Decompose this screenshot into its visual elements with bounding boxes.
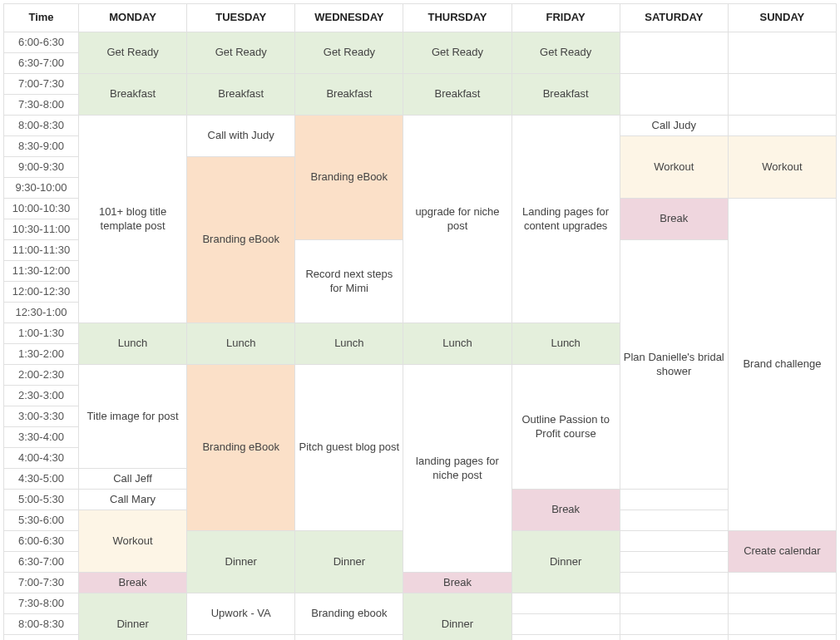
time-slot: 10:00-10:30 [4, 199, 79, 219]
schedule-block: Get Ready [403, 32, 511, 74]
schedule-block [729, 573, 837, 593]
schedule-block: Workout [729, 136, 837, 199]
schedule-block: Lunch [295, 323, 403, 365]
time-slot: 6:30-7:00 [4, 53, 79, 74]
schedule-block: Break [512, 490, 620, 531]
time-slot: 6:00-6:30 [4, 531, 79, 552]
schedule-block: Dinner [403, 593, 511, 640]
time-slot: 12:30-1:00 [4, 303, 79, 323]
weekly-schedule-grid: TimeMONDAYTUESDAYWEDNESDAYTHURSDAYFRIDAY… [3, 3, 837, 640]
header-day: TUESDAY [187, 4, 295, 32]
time-slot: 8:30-9:00 [4, 136, 79, 157]
time-slot: 5:00-5:30 [4, 490, 79, 510]
schedule-block: Lunch [403, 323, 511, 365]
time-slot: 11:30-12:00 [4, 261, 79, 282]
schedule-block [620, 74, 729, 116]
schedule-block: Get Ready [512, 32, 620, 74]
header-day: THURSDAY [403, 4, 511, 32]
schedule-block: Branding eBook [295, 116, 403, 240]
schedule-block: Plan Danielle's bridal shower [620, 240, 729, 490]
time-slot: 7:00-7:30 [4, 573, 79, 593]
schedule-block: Workout [79, 510, 187, 573]
schedule-block [620, 635, 729, 640]
schedule-block [512, 593, 620, 614]
schedule-block [729, 32, 837, 74]
schedule-block: Branding eBook [187, 157, 295, 323]
schedule-block [620, 552, 729, 573]
time-slot: 9:00-9:30 [4, 157, 79, 178]
time-slot: 10:30-11:00 [4, 219, 79, 240]
header-day: FRIDAY [512, 4, 620, 32]
schedule-block: Title image for post [79, 365, 187, 469]
time-slot: 1:30-2:00 [4, 344, 79, 365]
schedule-block: Upwork - VA [187, 593, 295, 635]
schedule-block [620, 614, 729, 635]
time-slot: 12:00-12:30 [4, 282, 79, 303]
schedule-block: 101+ blog title template post [79, 116, 187, 323]
time-slot: 4:00-4:30 [4, 448, 79, 469]
time-slot: 1:00-1:30 [4, 323, 79, 344]
schedule-block [729, 593, 837, 614]
time-slot: 9:30-10:00 [4, 178, 79, 199]
header-day: SUNDAY [729, 4, 837, 32]
time-slot: 7:30-8:00 [4, 593, 79, 614]
time-slot: 8:30-9:00 [4, 635, 79, 640]
schedule-block: Call Jeff [79, 469, 187, 490]
schedule-block [620, 510, 729, 531]
schedule-block [187, 635, 295, 640]
header-day: MONDAY [79, 4, 187, 32]
schedule-block [512, 635, 620, 640]
schedule-block [620, 593, 729, 614]
schedule-block: landing pages for niche post [403, 365, 511, 573]
schedule-block: Lunch [187, 323, 295, 365]
time-slot: 2:00-2:30 [4, 365, 79, 386]
header-time: Time [4, 4, 79, 32]
time-slot: 2:30-3:00 [4, 386, 79, 406]
schedule-block: Workout [620, 136, 729, 199]
schedule-block: Dinner [512, 531, 620, 593]
time-slot: 6:30-7:00 [4, 552, 79, 573]
schedule-block: Dinner [295, 531, 403, 593]
time-slot: 8:00-8:30 [4, 116, 79, 136]
schedule-block: Breakfast [187, 74, 295, 116]
schedule-block: Get Ready [187, 32, 295, 74]
schedule-block [620, 490, 729, 510]
header-day: WEDNESDAY [295, 4, 403, 32]
schedule-block: Breakfast [403, 74, 511, 116]
time-slot: 4:30-5:00 [4, 469, 79, 490]
schedule-block: Pitch guest blog post [295, 365, 403, 531]
schedule-block: Dinner [187, 531, 295, 593]
header-day: SATURDAY [620, 4, 729, 32]
time-slot: 8:00-8:30 [4, 614, 79, 635]
schedule-block: Breakfast [512, 74, 620, 116]
schedule-block [729, 74, 837, 116]
schedule-block: Lunch [79, 323, 187, 365]
schedule-block: Dinner [79, 593, 187, 640]
schedule-block: Record next steps for Mimi [295, 240, 403, 323]
time-slot: 5:30-6:00 [4, 510, 79, 531]
schedule-block: Landing pages for content upgrades [512, 116, 620, 323]
schedule-block: Get Ready [79, 32, 187, 74]
schedule-block: Outline Passion to Profit course [512, 365, 620, 490]
schedule-block: Get Ready [295, 32, 403, 74]
schedule-block: Lunch [512, 323, 620, 365]
schedule-block [512, 614, 620, 635]
schedule-block: Call Mary [79, 490, 187, 510]
schedule-block: Call with Judy [187, 116, 295, 157]
schedule-block: Break [620, 199, 729, 240]
time-slot: 7:00-7:30 [4, 74, 79, 95]
schedule-block: Break [79, 573, 187, 593]
schedule-block: Branding ebook [295, 593, 403, 635]
schedule-block: Create calendar [729, 531, 837, 573]
schedule-block: Call Judy [620, 116, 729, 136]
time-slot: 3:00-3:30 [4, 406, 79, 427]
schedule-block: Branding eBook [187, 365, 295, 531]
time-slot: 3:30-4:00 [4, 427, 79, 448]
time-slot: 11:00-11:30 [4, 240, 79, 261]
time-slot: 7:30-8:00 [4, 95, 79, 116]
schedule-block [620, 32, 729, 74]
schedule-block: Break [403, 573, 511, 593]
schedule-block [729, 614, 837, 635]
schedule-block [295, 635, 403, 640]
schedule-block [729, 635, 837, 640]
